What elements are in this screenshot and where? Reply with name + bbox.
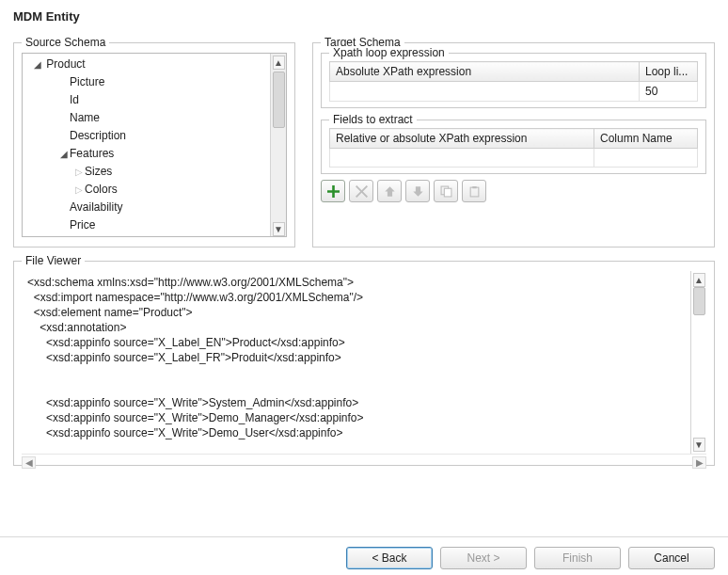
x-icon (356, 185, 368, 198)
fields-to-extract-legend: Fields to extract (329, 113, 417, 126)
cancel-button[interactable]: Cancel (628, 547, 715, 569)
cell-absolute-xpath[interactable] (330, 82, 640, 102)
file-viewer-scrollbar[interactable]: ▲ ▼ (690, 271, 706, 454)
scroll-thumb[interactable] (273, 72, 285, 128)
collapse-icon[interactable]: ▷ (73, 164, 85, 181)
finish-button[interactable]: Finish (534, 547, 621, 569)
tree-label: Product (46, 57, 85, 71)
file-viewer-legend: File Viewer (22, 254, 85, 267)
tree-item[interactable]: ▸Price (23, 216, 270, 234)
add-button[interactable] (321, 180, 345, 202)
source-schema-group: Source Schema ◢ Product ▸Picture ▸Id ▸Na… (13, 42, 295, 248)
tree-item[interactable]: ▸Family (23, 234, 270, 236)
tree-item[interactable]: ▸Id (23, 91, 270, 109)
file-viewer-group: File Viewer <xsd:schema xmlns:xsd="http:… (13, 261, 715, 466)
copy-icon (440, 185, 452, 198)
scroll-thumb[interactable] (693, 287, 705, 315)
fields-table[interactable]: Relative or absolute XPath expression Co… (329, 128, 698, 168)
col-loop-limit[interactable]: Loop li... (640, 62, 698, 82)
scroll-left-icon[interactable]: ◀ (22, 456, 36, 469)
tree-item[interactable]: ▷Colors (23, 181, 270, 199)
scroll-up-icon[interactable]: ▲ (273, 56, 285, 70)
expand-icon[interactable]: ◢ (32, 56, 43, 73)
cell-loop-limit[interactable]: 50 (640, 82, 698, 102)
table-row[interactable] (330, 149, 698, 168)
target-schema-group: Target Schema Xpath loop expression Abso… (312, 42, 715, 248)
xpath-loop-group: Xpath loop expression Absolute XPath exp… (321, 53, 706, 108)
xpath-loop-legend: Xpath loop expression (329, 46, 449, 59)
tree-scrollbar[interactable]: ▲ ▼ (270, 54, 286, 236)
tree-item[interactable]: ▷Sizes (23, 163, 270, 181)
fields-to-extract-group: Fields to extract Relative or absolute X… (321, 120, 706, 174)
move-down-button[interactable] (405, 180, 430, 202)
scroll-down-icon[interactable]: ▼ (273, 222, 285, 236)
move-up-button[interactable] (377, 180, 402, 202)
table-row[interactable]: 50 (330, 82, 698, 102)
svg-rect-2 (470, 187, 479, 197)
arrow-down-icon (412, 185, 424, 198)
tree-item-product[interactable]: ◢ Product (23, 56, 270, 73)
delete-button[interactable] (349, 180, 373, 202)
xpath-loop-table[interactable]: Absolute XPath expression Loop li... 50 (329, 61, 698, 102)
tree-item-features[interactable]: ◢Features (23, 145, 270, 163)
arrow-up-icon (384, 185, 396, 198)
col-relative-xpath[interactable]: Relative or absolute XPath expression (330, 129, 594, 149)
cell-relative-xpath[interactable] (330, 149, 594, 168)
wizard-footer: < Back Next > Finish Cancel (0, 536, 728, 569)
svg-rect-3 (472, 186, 476, 188)
paste-button[interactable] (462, 180, 486, 202)
scroll-right-icon[interactable]: ▶ (692, 456, 706, 469)
file-viewer-hscrollbar[interactable]: ◀ ▶ (22, 454, 706, 470)
clipboard-icon (468, 185, 481, 198)
tree-item[interactable]: ▸Description (23, 127, 270, 145)
col-column-name[interactable]: Column Name (594, 129, 698, 149)
back-button[interactable]: < Back (346, 547, 433, 569)
next-button[interactable]: Next > (440, 547, 527, 569)
tree-item[interactable]: ▸Picture (23, 73, 270, 91)
schema-tree[interactable]: ◢ Product ▸Picture ▸Id ▸Name ▸Descriptio… (22, 53, 287, 237)
expand-icon[interactable]: ◢ (58, 146, 70, 163)
source-schema-legend: Source Schema (22, 36, 109, 49)
collapse-icon[interactable]: ▷ (73, 182, 85, 199)
file-viewer-text[interactable]: <xsd:schema xmlns:xsd="http://www.w3.org… (22, 271, 706, 454)
svg-rect-1 (444, 188, 451, 197)
scroll-down-icon[interactable]: ▼ (693, 438, 705, 452)
tree-item[interactable]: ▸Availability (23, 199, 270, 216)
plus-icon (327, 185, 340, 198)
tree-item[interactable]: ▸Name (23, 109, 270, 127)
fields-toolbar (321, 180, 706, 202)
scroll-up-icon[interactable]: ▲ (693, 273, 705, 287)
copy-button[interactable] (434, 180, 458, 202)
col-absolute-xpath[interactable]: Absolute XPath expression (330, 62, 640, 82)
cell-column-name[interactable] (594, 149, 698, 168)
